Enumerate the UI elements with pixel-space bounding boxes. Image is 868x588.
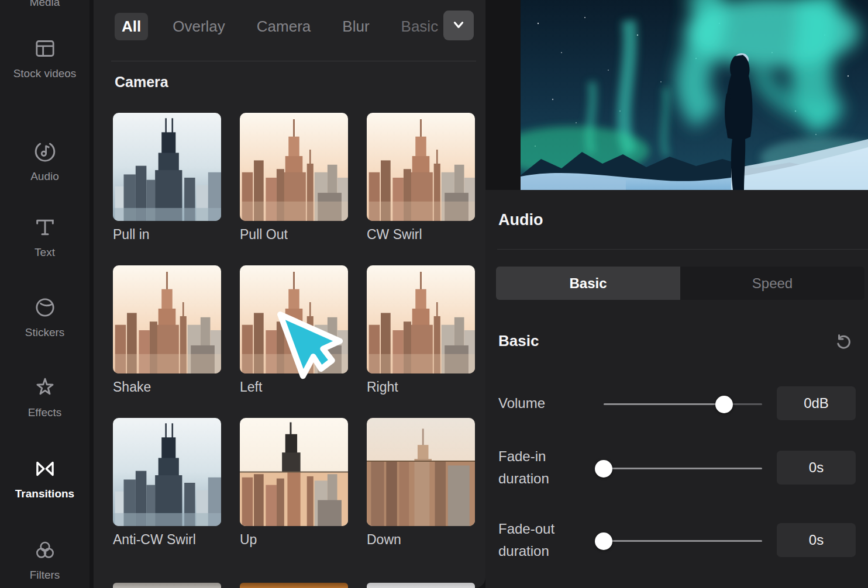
transition-thumbnail[interactable] [113, 418, 221, 526]
sidebar-item-filters[interactable]: Filters [0, 537, 89, 582]
section-title: Basic [498, 332, 539, 350]
filter-tab-overlay[interactable]: Overlay [166, 13, 232, 40]
audio-icon [32, 138, 58, 165]
transition-item-pull-in[interactable]: Pull in [113, 113, 221, 243]
effects-icon [32, 374, 58, 401]
filter-tab-all[interactable]: All [115, 13, 148, 40]
slider-track[interactable] [604, 540, 762, 542]
filter-tab-row: AllOverlayCameraBlurBasic [115, 11, 476, 42]
filter-tab-blur[interactable]: Blur [335, 13, 376, 40]
text-icon [32, 214, 58, 241]
control-label: Volume [498, 392, 592, 414]
value-box[interactable]: 0s [777, 523, 856, 557]
divider [111, 61, 476, 61]
transition-label: Right [367, 379, 475, 395]
sidebar: Media Stock videos Audio Text Stickers E… [0, 0, 89, 588]
transition-item-pull-out[interactable]: Pull Out [240, 113, 348, 243]
transition-label: Up [240, 532, 348, 548]
transition-item-anti-cw-swirl[interactable]: Anti-CW Swirl [113, 418, 221, 548]
slider-track[interactable] [604, 403, 762, 405]
stickers-icon [32, 294, 58, 321]
transition-item-up[interactable]: Up [240, 418, 348, 548]
partial-thumbnail[interactable] [113, 583, 221, 588]
right-region: Audio BasicSpeed Basic Volume 0dB Fade-i… [485, 0, 868, 588]
transition-item-left[interactable]: Left [240, 265, 348, 395]
transition-item-right[interactable]: Right [367, 265, 475, 395]
transitions-icon [32, 455, 58, 482]
transition-label: Left [240, 379, 348, 395]
slider-knob[interactable] [595, 532, 612, 550]
panel-title: Audio [498, 211, 543, 229]
transition-thumbnail[interactable] [113, 113, 221, 221]
transition-thumbnail[interactable] [367, 113, 475, 221]
transition-thumbnail[interactable] [240, 418, 348, 526]
slider-knob[interactable] [595, 460, 612, 478]
stock-videos-icon [32, 35, 58, 62]
transition-item-down[interactable]: Down [367, 418, 475, 548]
transition-label: Anti-CW Swirl [113, 532, 221, 548]
chevron-down-icon [451, 17, 466, 34]
sidebar-item-audio[interactable]: Audio [0, 138, 89, 184]
divider [497, 249, 868, 250]
audio-tabs: BasicSpeed [496, 267, 864, 300]
video-preview [521, 0, 868, 190]
transition-label: Pull in [113, 227, 221, 243]
transition-thumbnail[interactable] [367, 265, 475, 373]
sidebar-item-effects[interactable]: Effects [0, 374, 89, 420]
section-title: Camera [115, 74, 168, 91]
transition-item-shake[interactable]: Shake [113, 265, 221, 395]
control-label: Fade-in duration [498, 445, 592, 490]
transition-item-cw-swirl[interactable]: CW Swirl [367, 113, 475, 243]
sidebar-item-stock-videos[interactable]: Stock videos [0, 35, 89, 81]
slider-knob[interactable] [715, 396, 733, 413]
slider-track[interactable] [604, 468, 762, 469]
control-label: Fade-out duration [498, 518, 592, 562]
transition-label: Down [367, 532, 475, 548]
filter-tab-basic[interactable]: Basic [394, 13, 446, 40]
audio-tab-speed[interactable]: Speed [680, 267, 864, 300]
next-row-partial-thumbnails [113, 583, 476, 588]
sidebar-item-transitions[interactable]: Transitions [0, 455, 89, 501]
transition-thumbnail[interactable] [240, 113, 348, 221]
sidebar-item-text[interactable]: Text [0, 214, 89, 260]
partial-thumbnail[interactable] [367, 583, 475, 588]
filter-tab-camera[interactable]: Camera [250, 13, 318, 40]
transition-label: Pull Out [240, 227, 348, 243]
transitions-grid: Pull in Pull Out CW Swirl Shake Left Rig… [113, 113, 476, 548]
transition-label: Shake [113, 379, 221, 395]
sidebar-item-media[interactable]: Media [0, 0, 89, 9]
sidebar-item-stickers[interactable]: Stickers [0, 294, 89, 340]
reset-icon[interactable] [834, 333, 852, 351]
audio-tab-basic[interactable]: Basic [496, 267, 680, 300]
transition-label: CW Swirl [367, 227, 475, 243]
transition-thumbnail[interactable] [240, 265, 348, 373]
value-box[interactable]: 0s [777, 451, 856, 485]
transitions-panel: AllOverlayCameraBlurBasic Camera Pull in… [94, 0, 485, 588]
value-box[interactable]: 0dB [777, 386, 856, 420]
control-row-fade-in-duration: Fade-in duration 0s [485, 447, 868, 488]
partial-thumbnail[interactable] [240, 583, 348, 588]
control-row-volume: Volume 0dB [485, 383, 868, 424]
more-categories-button[interactable] [443, 11, 474, 40]
transition-thumbnail[interactable] [113, 265, 221, 373]
audio-settings-panel: Audio BasicSpeed Basic Volume 0dB Fade-i… [485, 190, 868, 588]
slider-fill [604, 403, 724, 405]
filters-icon [32, 537, 58, 563]
transition-thumbnail[interactable] [367, 418, 475, 526]
control-row-fade-out-duration: Fade-out duration 0s [485, 520, 868, 561]
